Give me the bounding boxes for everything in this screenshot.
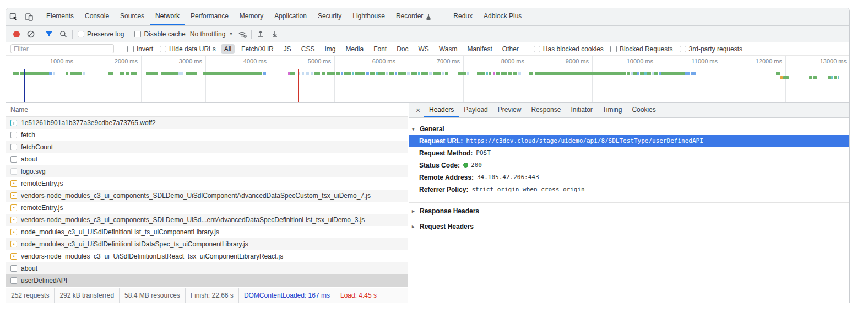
request-type-label: Manifest xyxy=(467,45,492,53)
disable-cache-checkbox[interactable]: Disable cache xyxy=(134,30,185,38)
general-section-header[interactable]: ▾ General xyxy=(409,123,849,134)
search-icon xyxy=(59,30,68,39)
details-tab[interactable]: Response xyxy=(526,103,566,117)
device-toolbar-icon[interactable] xyxy=(21,10,37,24)
overview-bar-segment xyxy=(66,72,68,75)
request-name: userDefinedAPI xyxy=(21,277,67,284)
request-row[interactable]: vendors-node_modules_c3_ui_UiSdlDefiniti… xyxy=(6,250,408,262)
request-row[interactable]: fetchCount xyxy=(6,141,408,153)
details-tab-label: Headers xyxy=(429,106,454,114)
request-name: vendors-node_modules_c3_ui_components_SD… xyxy=(21,192,371,200)
main-tab[interactable]: Console xyxy=(79,8,115,25)
request-row[interactable]: userDefinedAPI xyxy=(6,274,408,287)
request-row[interactable]: about xyxy=(6,153,408,165)
collapsed-section-header[interactable]: ▸ Response Headers xyxy=(409,203,849,218)
name-column-header[interactable]: Name xyxy=(6,103,408,117)
overview-bar-segment xyxy=(489,72,491,75)
export-har-button[interactable] xyxy=(268,28,282,41)
details-tab[interactable]: Preview xyxy=(493,103,527,117)
request-type-filter[interactable]: Media xyxy=(342,44,367,54)
close-details-button[interactable]: × xyxy=(412,104,424,116)
request-type-filter[interactable]: All xyxy=(221,44,235,54)
file-type-icon xyxy=(10,277,17,284)
timeline-tick-label: 6000 ms xyxy=(337,58,395,64)
main-tab[interactable]: Lighthouse xyxy=(347,8,390,25)
request-type-filter[interactable]: CSS xyxy=(298,44,318,54)
filter-extra-checkbox[interactable]: 3rd-party requests xyxy=(680,45,742,53)
general-row: Request URL: https://c3dev.cloud/stage/u… xyxy=(409,135,849,147)
collapsed-section-header[interactable]: ▸ Request Headers xyxy=(409,218,849,234)
request-type-filter[interactable]: JS xyxy=(280,44,295,54)
request-type-filter[interactable]: Wasm xyxy=(436,44,461,54)
network-conditions-button[interactable] xyxy=(235,28,249,41)
import-har-button[interactable] xyxy=(253,28,268,41)
record-button[interactable] xyxy=(9,28,24,41)
overview-bar-segment xyxy=(445,72,448,75)
overview-bar-segment xyxy=(486,72,488,75)
main-tab[interactable]: Elements xyxy=(41,8,79,25)
overview-bar-segment xyxy=(398,72,406,75)
request-type-filter[interactable]: Doc xyxy=(393,44,411,54)
status-bar-item: DOMContentLoaded: 167 ms xyxy=(239,288,335,303)
gridline xyxy=(399,56,399,102)
main-tab[interactable]: Redux xyxy=(448,8,478,25)
main-tab[interactable]: Recorder xyxy=(390,8,437,25)
main-tab[interactable]: Sources xyxy=(115,8,150,25)
main-tab[interactable]: Memory xyxy=(234,8,269,25)
main-tab[interactable]: Security xyxy=(312,8,347,25)
request-row[interactable]: vendors-node_modules_c3_ui_components_SD… xyxy=(6,214,408,226)
checkbox-icon xyxy=(127,46,134,52)
request-type-filter[interactable]: Font xyxy=(370,44,390,54)
request-type-filter[interactable]: Fetch/XHR xyxy=(238,44,277,54)
request-row[interactable]: node_modules_c3_ui_UiSdlDefinitionListDa… xyxy=(6,238,408,250)
filter-toggle-button[interactable] xyxy=(42,28,56,41)
details-tab[interactable]: Headers xyxy=(424,103,459,117)
invert-checkbox[interactable]: Invert xyxy=(127,45,153,53)
filter-extra-label: Blocked Requests xyxy=(620,45,673,53)
request-row[interactable]: vendors-node_modules_c3_ui_components_SD… xyxy=(6,190,408,202)
clear-button[interactable] xyxy=(24,28,38,41)
headers-detail: ▾ General Request URL: https://c3dev.clo… xyxy=(409,118,849,234)
details-tab[interactable]: Timing xyxy=(598,103,627,117)
triangle-down-icon: ▾ xyxy=(412,126,417,132)
overview-bar-segment xyxy=(496,72,500,75)
network-overview-timeline[interactable]: 1000 ms2000 ms3000 ms4000 ms5000 ms6000 … xyxy=(6,56,849,103)
main-tab-label: Sources xyxy=(120,8,144,25)
request-type-filter[interactable]: Other xyxy=(499,44,522,54)
inspect-element-icon[interactable] xyxy=(6,10,21,24)
overview-bar-segment xyxy=(508,72,512,75)
overview-bar-segment xyxy=(389,72,394,75)
request-type-filter[interactable]: Manifest xyxy=(464,44,495,54)
hide-data-urls-checkbox[interactable]: Hide data URLs xyxy=(160,45,216,53)
throttling-select[interactable]: No throttling ▼ xyxy=(190,30,234,38)
request-type-filter[interactable]: WS xyxy=(415,44,432,54)
request-row[interactable]: node_modules_c3_ui_UiSdlDefinitionList_t… xyxy=(6,226,408,238)
filter-extra-checkbox[interactable]: Blocked Requests xyxy=(610,45,673,53)
main-tab[interactable]: Application xyxy=(269,8,312,25)
general-row-value: strict-origin-when-cross-origin xyxy=(471,186,584,193)
general-row-label: Request Method: xyxy=(419,149,473,157)
request-row[interactable]: remoteEntry.js xyxy=(6,177,408,190)
filter-extra-checkbox[interactable]: Has blocked cookies xyxy=(534,45,604,53)
request-row[interactable]: fetch xyxy=(6,129,408,141)
overview-bar-segment xyxy=(834,76,837,79)
details-tab[interactable]: Payload xyxy=(459,103,492,117)
filter-extra-checkboxes: Has blocked cookies Blocked Requests 3rd… xyxy=(530,45,746,53)
timeline-tick-label: 9000 ms xyxy=(530,58,589,64)
filter-input[interactable] xyxy=(10,44,114,53)
details-tab[interactable]: Initiator xyxy=(566,103,597,117)
details-tab[interactable]: Cookies xyxy=(627,103,660,117)
main-tab[interactable]: Adblock Plus xyxy=(478,8,527,25)
request-row[interactable]: logo.svg xyxy=(6,165,408,177)
request-type-filter[interactable]: Img xyxy=(321,44,339,54)
request-row[interactable]: remoteEntry.js xyxy=(6,202,408,214)
request-row[interactable]: about xyxy=(6,262,408,274)
overview-bar-segment xyxy=(776,72,780,75)
details-tab-label: Timing xyxy=(603,106,622,114)
overview-bar-segment xyxy=(477,72,485,75)
main-tab[interactable]: Performance xyxy=(185,8,234,25)
main-tab[interactable]: Network xyxy=(150,8,185,25)
preserve-log-checkbox[interactable]: Preserve log xyxy=(78,30,124,38)
request-row[interactable]: 1e51261b901a1b377a3e9cdbe7a73765.woff2 xyxy=(6,117,408,129)
search-button[interactable] xyxy=(56,28,70,41)
